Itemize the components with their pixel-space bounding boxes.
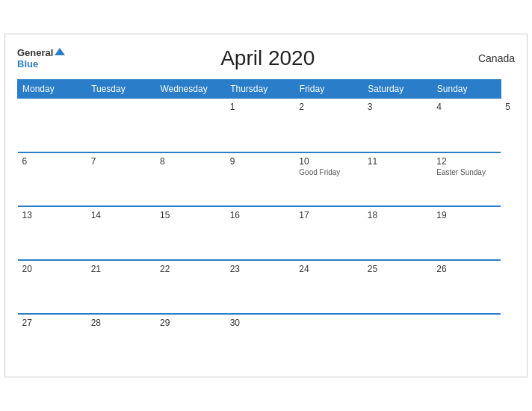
calendar-cell: 3 [363, 99, 433, 152]
day-number: 5 [505, 102, 510, 112]
weekday-header-row: MondayTuesdayWednesdayThursdayFridaySatu… [18, 80, 516, 99]
calendar-cell: 25 [363, 260, 433, 314]
day-number: 18 [368, 210, 428, 220]
day-event: Good Friday [299, 168, 358, 176]
day-number: 23 [230, 264, 291, 274]
day-number: 27 [22, 318, 82, 328]
day-number: 9 [230, 156, 291, 167]
logo: General Blue [17, 47, 65, 70]
day-number: 4 [436, 102, 496, 112]
calendar-cell: 13 [18, 206, 87, 260]
day-number: 21 [91, 264, 151, 274]
day-number: 24 [299, 264, 358, 274]
calendar-cell: 9 [226, 152, 295, 206]
day-number: 20 [22, 264, 82, 274]
calendar-cell: 2 [294, 99, 362, 152]
calendar-cell [432, 314, 501, 368]
calendar-cell [155, 99, 226, 152]
day-number: 11 [368, 156, 428, 167]
calendar-cell: 15 [155, 206, 226, 260]
logo-blue: Blue [17, 58, 65, 70]
weekday-header-tuesday: Tuesday [87, 80, 155, 99]
calendar-cell: 20 [18, 260, 87, 314]
calendar-cell: 4 [432, 99, 501, 152]
day-number: 14 [91, 210, 151, 220]
day-number: 6 [22, 156, 82, 167]
calendar-cell: 5 [501, 99, 515, 152]
week-row-3: 13141516171819 [18, 206, 516, 260]
weekday-header-wednesday: Wednesday [155, 80, 226, 99]
calendar-cell: 28 [87, 314, 155, 368]
day-number: 28 [91, 318, 151, 328]
calendar-cell: 1 [226, 99, 295, 152]
day-number: 19 [436, 210, 496, 220]
calendar-cell: 17 [294, 206, 362, 260]
day-number: 30 [230, 318, 291, 328]
day-number: 26 [436, 264, 496, 274]
calendar-cell: 30 [226, 314, 295, 368]
day-number: 7 [91, 156, 151, 167]
calendar-cell: 11 [363, 152, 433, 206]
calendar-cell: 10Good Friday [294, 152, 362, 206]
calendar-cell [18, 99, 87, 152]
day-number: 17 [299, 210, 358, 220]
month-title: April 2020 [65, 46, 470, 70]
weekday-header-sunday: Sunday [432, 80, 501, 99]
calendar-cell: 21 [87, 260, 155, 314]
weekday-header-friday: Friday [294, 80, 362, 99]
logo-general: General [17, 47, 65, 59]
day-number: 29 [160, 318, 221, 328]
week-row-1: 12345 [18, 99, 516, 152]
calendar-cell: 6 [18, 152, 87, 206]
calendar-cell [363, 314, 433, 368]
day-number: 1 [230, 102, 291, 112]
weekday-header-thursday: Thursday [226, 80, 295, 99]
calendar-cell: 16 [226, 206, 295, 260]
calendar-cell: 8 [155, 152, 226, 206]
day-number: 10 [299, 156, 358, 167]
logo-triangle-icon [55, 48, 65, 55]
day-number: 22 [160, 264, 221, 274]
week-row-4: 20212223242526 [18, 260, 516, 314]
calendar-cell: 19 [432, 206, 501, 260]
weekday-header-monday: Monday [18, 80, 87, 99]
calendar-cell: 27 [18, 314, 87, 368]
day-number: 13 [22, 210, 82, 220]
day-number: 15 [160, 210, 221, 220]
weekday-header-saturday: Saturday [363, 80, 433, 99]
calendar-cell: 7 [87, 152, 155, 206]
day-number: 2 [299, 102, 358, 112]
calendar-cell: 18 [363, 206, 433, 260]
calendar-cell: 23 [226, 260, 295, 314]
day-number: 8 [160, 156, 221, 167]
day-number: 25 [368, 264, 428, 274]
calendar-cell [87, 99, 155, 152]
calendar-cell: 22 [155, 260, 226, 314]
day-number: 3 [368, 102, 428, 112]
country-label: Canada [470, 52, 515, 64]
calendar-cell: 14 [87, 206, 155, 260]
calendar-header: General Blue April 2020 Canada [17, 46, 515, 70]
day-event: Easter Sunday [436, 168, 496, 176]
calendar-table: MondayTuesdayWednesdayThursdayFridaySatu… [17, 79, 515, 368]
calendar-cell [294, 314, 362, 368]
week-row-5: 27282930 [18, 314, 516, 368]
day-number: 16 [230, 210, 291, 220]
week-row-2: 678910Good Friday1112Easter Sunday [18, 152, 516, 206]
calendar-cell: 24 [294, 260, 362, 314]
calendar-cell: 26 [432, 260, 501, 314]
calendar-cell: 12Easter Sunday [432, 152, 501, 206]
calendar-container: General Blue April 2020 Canada MondayTue… [4, 34, 528, 377]
calendar-cell: 29 [155, 314, 226, 368]
day-number: 12 [436, 156, 496, 167]
